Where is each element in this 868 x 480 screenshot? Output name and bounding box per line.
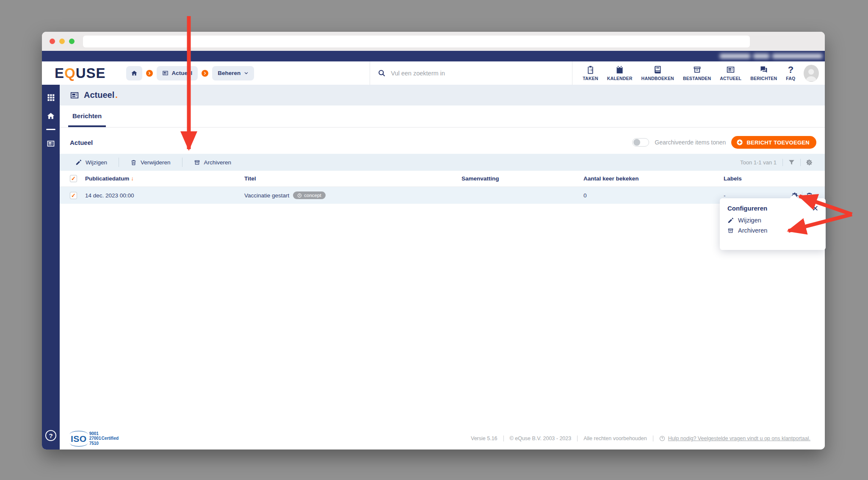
maximize-window-button[interactable] xyxy=(69,39,75,44)
brand-and-breadcrumb: EQUSE Actueel Beheren xyxy=(42,61,370,85)
delete-button[interactable]: Verwijderen xyxy=(119,158,182,167)
configure-popup: Configureren Wijzigen Archiveren xyxy=(720,198,826,250)
person-icon xyxy=(804,66,819,82)
browser-chrome xyxy=(42,32,825,51)
sidebar: ? xyxy=(42,85,60,449)
newspaper-icon xyxy=(70,91,79,100)
cell-publicatiedatum: 14 dec. 2023 00:00 xyxy=(85,192,244,199)
nav-item-handboeken[interactable]: HANDBOEKEN xyxy=(641,65,674,81)
version-label: Versie 5.16 xyxy=(465,436,503,441)
column-labels[interactable]: Labels xyxy=(724,175,787,182)
chevron-right-icon xyxy=(146,70,153,77)
filter-button[interactable] xyxy=(782,159,800,166)
nav-item-bestanden[interactable]: BESTANDEN xyxy=(683,65,711,81)
table-row[interactable]: ✓ 14 dec. 2023 00:00 Vaccinatie gestart … xyxy=(60,187,825,204)
breadcrumb-beheren-dropdown[interactable]: Beheren xyxy=(212,66,254,80)
sort-desc-icon: ↓ xyxy=(131,175,134,182)
add-bericht-button[interactable]: BERICHT TOEVOEGEN xyxy=(731,136,816,149)
edit-button[interactable]: Wijzigen xyxy=(64,158,119,167)
archive-box-icon xyxy=(194,159,200,166)
redacted-user-info xyxy=(720,54,822,58)
app-root: EQUSE Actueel Beheren TAKEN KALENDE xyxy=(42,51,825,449)
nav-item-kalender[interactable]: KALENDER xyxy=(607,65,633,81)
nav-label: KALENDER xyxy=(607,76,633,81)
help-button[interactable]: ? xyxy=(45,430,56,441)
column-publicatiedatum[interactable]: Publicatiedatum↓ xyxy=(85,175,244,182)
cell-labels: - xyxy=(724,192,787,199)
browser-window: EQUSE Actueel Beheren TAKEN KALENDE xyxy=(42,32,825,449)
grid-icon xyxy=(47,93,55,102)
iso-certified-label: Certified xyxy=(102,436,119,441)
row-delete-button[interactable] xyxy=(802,192,816,199)
column-samenvatting[interactable]: Samenvatting xyxy=(462,175,583,182)
archived-items-toggle-label: Gearchiveerde items tonen xyxy=(655,139,726,146)
tab-bar: Berichten xyxy=(60,105,825,128)
environment-strip xyxy=(42,51,825,61)
book-icon xyxy=(653,65,662,74)
chevron-down-icon xyxy=(244,71,249,75)
nav-label: TAKEN xyxy=(583,76,598,81)
iso-27001: 27001 xyxy=(89,436,101,441)
tab-berichten[interactable]: Berichten xyxy=(68,112,106,127)
nav-label: FAQ xyxy=(786,76,795,81)
equse-logo[interactable]: EQUSE xyxy=(55,65,106,81)
window-controls[interactable] xyxy=(50,39,75,44)
search-icon xyxy=(378,69,386,77)
nav-label: BESTANDEN xyxy=(683,76,711,81)
search-input[interactable] xyxy=(391,70,564,77)
address-bar[interactable] xyxy=(83,36,750,47)
cell-aantal-keer-bekeken: 0 xyxy=(583,192,724,199)
content-area: Actueel Gearchiveerde items tonen BERICH… xyxy=(60,128,825,449)
newspaper-icon xyxy=(162,70,169,76)
breadcrumb-home[interactable] xyxy=(126,66,142,80)
sidebar-separator xyxy=(46,129,55,130)
help-link-segment: Hulp nodig? Veelgestelde vragen vindt u … xyxy=(653,436,816,441)
archive-button[interactable]: Archiveren xyxy=(182,158,243,167)
page-title: Actueel xyxy=(84,90,114,100)
funnel-icon xyxy=(788,159,795,166)
app-header: EQUSE Actueel Beheren TAKEN KALENDE xyxy=(42,61,825,85)
minimize-window-button[interactable] xyxy=(59,39,65,44)
select-all-checkbox[interactable]: ✓ xyxy=(70,175,77,182)
home-icon xyxy=(47,112,55,120)
nav-item-actueel[interactable]: ACTUEEL xyxy=(720,65,741,81)
user-avatar[interactable] xyxy=(804,65,819,82)
popup-archive-item[interactable]: Archiveren xyxy=(720,225,826,236)
pencil-icon xyxy=(75,159,82,166)
pencil-icon xyxy=(727,217,734,224)
popup-edit-item[interactable]: Wijzigen xyxy=(720,215,826,225)
main-nav: TAKEN KALENDER HANDBOEKEN BESTANDEN ACTU… xyxy=(572,61,802,85)
question-mark-icon: ? xyxy=(788,65,793,74)
table-header: ✓ Publicatiedatum↓ Titel Samenvatting Aa… xyxy=(60,171,825,187)
bulk-actions-toolbar: Wijzigen Verwijderen Archiveren Toon 1-1… xyxy=(60,154,825,171)
clock-icon xyxy=(297,193,302,198)
clipboard-icon xyxy=(586,65,595,74)
nav-label: BERICHTEN xyxy=(750,76,777,81)
result-count: Toon 1-1 van 1 xyxy=(740,159,782,166)
nav-item-taken[interactable]: TAKEN xyxy=(583,65,598,81)
breadcrumb-actueel[interactable]: Actueel xyxy=(157,66,198,80)
sidebar-item-apps[interactable] xyxy=(47,93,55,102)
table-settings-button[interactable] xyxy=(800,159,818,166)
gear-icon xyxy=(806,159,813,166)
chevron-right-icon xyxy=(202,70,208,77)
home-icon xyxy=(131,70,138,77)
status-badge: concept xyxy=(293,191,325,199)
column-titel[interactable]: Titel xyxy=(244,175,462,182)
close-window-button[interactable] xyxy=(50,39,55,44)
nav-item-berichten[interactable]: BERICHTEN xyxy=(750,65,777,81)
trash-icon xyxy=(130,159,137,166)
archive-box-icon xyxy=(693,65,702,74)
popup-close-button[interactable] xyxy=(813,205,818,211)
sidebar-item-home[interactable] xyxy=(47,112,55,120)
column-aantal-keer-bekeken[interactable]: Aantal keer bekeken xyxy=(583,175,724,182)
page-title-bar: Actueel . xyxy=(60,85,825,105)
page-footer: ISO 9001 27001Certified 7510 Versie 5.16… xyxy=(60,427,825,449)
row-checkbox[interactable]: ✓ xyxy=(70,192,77,199)
nav-item-faq[interactable]: ?FAQ xyxy=(786,65,795,81)
archived-items-toggle[interactable] xyxy=(632,138,649,147)
section-title: Actueel xyxy=(70,139,93,146)
iso-9001: 9001 xyxy=(89,431,119,436)
sidebar-item-actueel[interactable] xyxy=(47,139,55,148)
help-link[interactable]: Hulp nodig? Veelgestelde vragen vindt u … xyxy=(668,436,810,441)
